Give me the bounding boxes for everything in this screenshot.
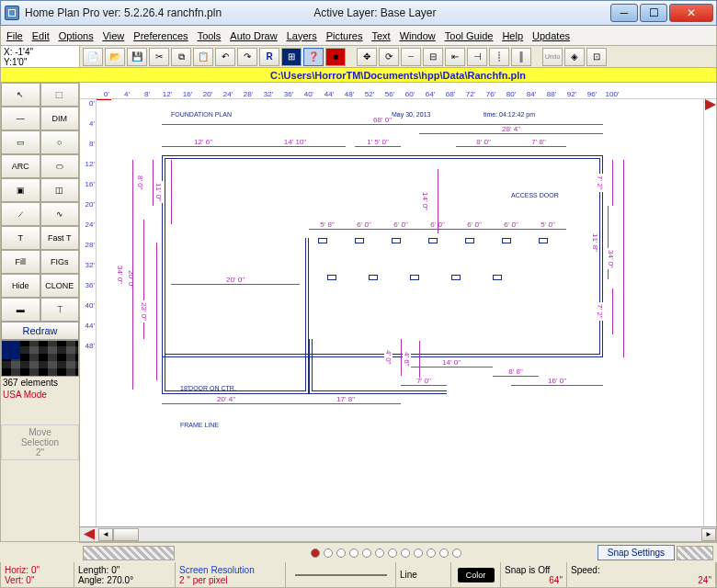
page-dot[interactable] bbox=[311, 548, 320, 558]
cut-icon[interactable]: ✂ bbox=[149, 48, 169, 66]
tool-b-icon[interactable]: ⊡ bbox=[586, 48, 607, 66]
tool-arc[interactable]: ARC bbox=[1, 154, 40, 178]
tool-text[interactable]: T bbox=[1, 226, 40, 250]
menu-updates[interactable]: Updates bbox=[532, 30, 570, 41]
stop-icon[interactable]: ■ bbox=[325, 48, 346, 66]
move-icon[interactable]: ✥ bbox=[357, 48, 377, 66]
tool-circle[interactable]: ○ bbox=[40, 130, 80, 154]
menu-toolguide[interactable]: Tool Guide bbox=[445, 30, 494, 41]
gap-icon[interactable]: ⊟ bbox=[423, 48, 443, 66]
scroll-left-arrow[interactable] bbox=[84, 529, 95, 540]
redraw-button[interactable]: Redraw bbox=[1, 322, 79, 340]
minimize-button[interactable]: ─ bbox=[610, 4, 638, 22]
active-layer-label: Active Layer: Base Layer bbox=[313, 6, 436, 19]
page-dot[interactable] bbox=[324, 548, 333, 558]
new-file-icon[interactable]: 📄 bbox=[83, 48, 103, 66]
status-res-label: Screen Resolution bbox=[179, 565, 281, 575]
redo-icon[interactable]: ↷ bbox=[237, 48, 257, 66]
menu-layers[interactable]: Layers bbox=[287, 30, 317, 41]
wall-tool-icon[interactable]: ⊞ bbox=[281, 48, 302, 66]
tool-rect[interactable]: ▭ bbox=[1, 130, 40, 154]
menu-text[interactable]: Text bbox=[371, 30, 390, 41]
status-linetype[interactable]: Line bbox=[396, 562, 451, 587]
tool-window[interactable]: ▣ bbox=[1, 178, 40, 202]
undo-icon[interactable]: ↶ bbox=[215, 48, 235, 66]
tool-clone[interactable]: CLONE bbox=[40, 274, 80, 298]
break-icon[interactable]: ┊ bbox=[489, 48, 509, 66]
rotate-icon[interactable]: ⟳ bbox=[379, 48, 399, 66]
tool-measure[interactable]: ⟙ bbox=[40, 298, 80, 322]
page-dot[interactable] bbox=[439, 548, 449, 558]
ruler-v-tick: 44' bbox=[80, 322, 96, 342]
tool-a-icon[interactable]: ◈ bbox=[564, 48, 585, 66]
page-dot[interactable] bbox=[452, 548, 461, 558]
menu-window[interactable]: Window bbox=[400, 30, 436, 41]
menu-options[interactable]: Options bbox=[59, 30, 94, 41]
h-scrollbar[interactable]: ◄ ► bbox=[80, 526, 716, 541]
page-dot[interactable] bbox=[362, 548, 371, 558]
menu-pictures[interactable]: Pictures bbox=[326, 30, 363, 41]
menu-autodraw[interactable]: Auto Draw bbox=[230, 30, 277, 41]
tool-curve[interactable]: ∿ bbox=[40, 202, 80, 226]
tool-fill[interactable]: Fill bbox=[1, 250, 40, 274]
reg-icon[interactable]: R bbox=[259, 48, 279, 66]
page-half-left[interactable] bbox=[83, 546, 175, 560]
ruler-h-tick: 76' bbox=[481, 90, 501, 98]
menu-preferences[interactable]: Preferences bbox=[133, 30, 188, 41]
status-res-value: 2 " per pixel bbox=[179, 575, 281, 585]
color-palette[interactable] bbox=[1, 340, 79, 377]
ruler-h-tick: 0' bbox=[97, 90, 117, 98]
color-button[interactable]: Color bbox=[458, 568, 495, 582]
page-dot[interactable] bbox=[427, 548, 436, 558]
menu-file[interactable]: File bbox=[6, 30, 23, 41]
ruler-v-tick: 28' bbox=[80, 241, 96, 261]
tool-arrow[interactable]: ↖ bbox=[1, 83, 40, 107]
access-door-label: ACCESS DOOR bbox=[511, 192, 559, 198]
paste-icon[interactable]: 📋 bbox=[193, 48, 213, 66]
extend-icon[interactable]: ⇤ bbox=[445, 48, 465, 66]
join-icon[interactable]: ║ bbox=[511, 48, 531, 66]
snap-settings-button[interactable]: Snap Settings bbox=[598, 545, 675, 560]
copy-icon[interactable]: ⧉ bbox=[171, 48, 191, 66]
menu-tools[interactable]: Tools bbox=[198, 30, 222, 41]
tool-fast[interactable]: Fast T bbox=[40, 226, 80, 250]
scroll-left-button[interactable]: ◄ bbox=[98, 528, 113, 541]
hline-icon[interactable]: ┄ bbox=[401, 48, 421, 66]
pointer-tool-icon[interactable]: ❓ bbox=[303, 48, 324, 66]
status-angle: Angle: 270.0° bbox=[78, 575, 171, 585]
open-file-icon[interactable]: 📂 bbox=[105, 48, 125, 66]
scroll-right-button[interactable]: ► bbox=[701, 528, 716, 541]
close-button[interactable]: ✕ bbox=[669, 4, 713, 22]
trim-icon[interactable]: ⊣ bbox=[467, 48, 487, 66]
page-dot[interactable] bbox=[401, 548, 410, 558]
tool-figs[interactable]: FIGs bbox=[40, 250, 80, 274]
scroll-thumb[interactable] bbox=[113, 528, 139, 541]
tool-select[interactable]: ⬚ bbox=[40, 83, 80, 107]
menu-view[interactable]: View bbox=[103, 30, 125, 41]
save-icon[interactable]: 💾 bbox=[127, 48, 147, 66]
drawing-canvas[interactable]: FOUNDATION PLAN May 30, 2013 time: 04:12… bbox=[97, 99, 703, 526]
tool-dim[interactable]: DIM bbox=[40, 107, 80, 130]
page-dot[interactable] bbox=[336, 548, 346, 558]
maximize-button[interactable]: ☐ bbox=[640, 4, 667, 22]
page-half-right[interactable] bbox=[677, 546, 713, 560]
ruler-h-tick: 16' bbox=[177, 90, 198, 98]
page-dot[interactable] bbox=[388, 548, 397, 558]
page-dot[interactable] bbox=[414, 548, 423, 558]
page-dot[interactable] bbox=[349, 548, 358, 558]
tool-paint[interactable]: ▬ bbox=[1, 298, 40, 322]
menu-edit[interactable]: Edit bbox=[32, 30, 50, 41]
vscroll-right[interactable] bbox=[703, 99, 716, 526]
ruler-h-tick: 4' bbox=[117, 90, 137, 98]
page-dot[interactable] bbox=[375, 548, 384, 558]
ruler-h-tick: 56' bbox=[380, 90, 400, 98]
tool-line[interactable]: — bbox=[1, 107, 40, 130]
status-snap[interactable]: Snap is Off bbox=[505, 565, 563, 575]
menu-help[interactable]: Help bbox=[502, 30, 523, 41]
undo2-icon[interactable]: Undo bbox=[542, 48, 563, 66]
tool-hide[interactable]: Hide bbox=[1, 274, 40, 298]
tool-ellipse[interactable]: ⬭ bbox=[40, 154, 80, 178]
tool-door[interactable]: ◫ bbox=[40, 178, 80, 202]
tool-poly[interactable]: ⟋ bbox=[1, 202, 40, 226]
ruler-h-tick: 8' bbox=[137, 90, 157, 98]
